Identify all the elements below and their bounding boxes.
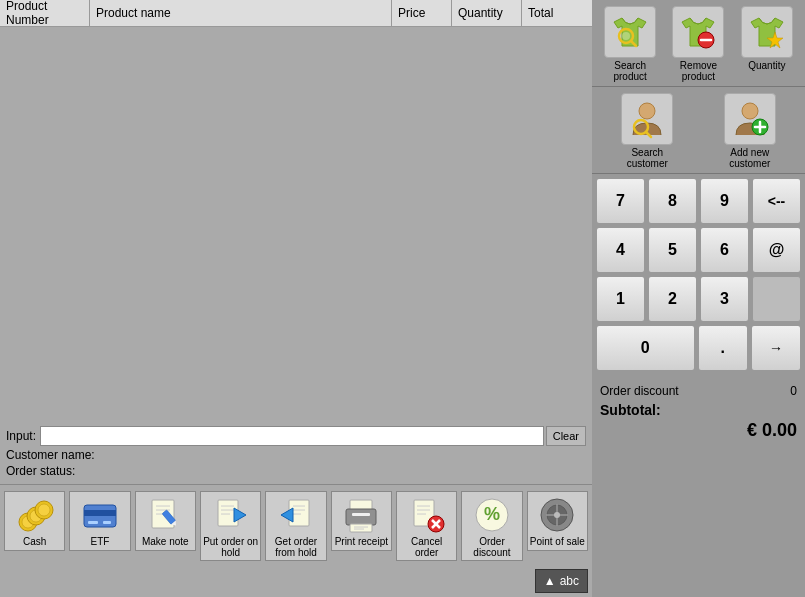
toolbar-buttons-row: Cash ETF xyxy=(4,491,588,561)
order-info: Order discount 0 Subtotal: € 0.00 xyxy=(592,378,805,597)
pos-label: Point of sale xyxy=(530,536,585,547)
numpad-2[interactable]: 2 xyxy=(648,276,697,322)
remove-product-label: Remove product xyxy=(668,60,728,82)
remove-product-button[interactable]: Remove product xyxy=(668,6,728,82)
search-product-button[interactable]: Search product xyxy=(600,6,660,82)
numpad-7[interactable]: 7 xyxy=(596,178,645,224)
etf-label: ETF xyxy=(91,536,110,547)
input-field[interactable] xyxy=(40,426,544,446)
numpad-enter[interactable]: → xyxy=(751,325,801,371)
search-product-label: Search product xyxy=(600,60,660,82)
svg-rect-29 xyxy=(350,524,372,532)
search-customer-label: Search customer xyxy=(617,147,677,169)
print-receipt-label: Print receipt xyxy=(335,536,388,547)
svg-rect-28 xyxy=(352,513,370,516)
numpad: 7 8 9 <-- 4 5 6 @ 1 2 3 0 . xyxy=(592,174,805,378)
cancel-order-label: Cancel order xyxy=(399,536,454,558)
svg-marker-20 xyxy=(234,508,246,522)
col-header-price: Price xyxy=(392,0,452,26)
get-hold-icon xyxy=(277,496,315,534)
get-hold-button[interactable]: Get order from hold xyxy=(265,491,326,561)
add-customer-button[interactable]: Add new customer xyxy=(720,93,780,169)
svg-point-52 xyxy=(639,103,655,119)
table-body xyxy=(0,27,592,422)
order-discount-label: Order discount xyxy=(600,384,679,398)
triangle-up-icon: ▲ xyxy=(544,574,556,588)
numpad-dot[interactable]: . xyxy=(698,325,748,371)
numpad-row-2: 4 5 6 @ xyxy=(596,227,801,273)
numpad-9[interactable]: 9 xyxy=(700,178,749,224)
quantity-button[interactable]: Quantity xyxy=(737,6,797,82)
etf-button[interactable]: ETF xyxy=(69,491,130,551)
cancel-icon xyxy=(408,496,446,534)
remove-product-icon xyxy=(672,6,724,58)
add-customer-icon xyxy=(724,93,776,145)
make-note-label: Make note xyxy=(142,536,189,547)
svg-point-47 xyxy=(622,32,630,40)
print-receipt-button[interactable]: Print receipt xyxy=(331,491,392,551)
make-note-button[interactable]: Make note xyxy=(135,491,196,551)
print-icon xyxy=(342,496,380,534)
col-header-quantity: Quantity xyxy=(452,0,522,26)
table-header: Product Number Product name Price Quanti… xyxy=(0,0,592,27)
cancel-order-button[interactable]: Cancel order xyxy=(396,491,457,561)
order-discount-label: Order discount xyxy=(464,536,519,558)
numpad-4[interactable]: 4 xyxy=(596,227,645,273)
svg-rect-8 xyxy=(88,521,98,524)
subtotal-label: Subtotal: xyxy=(600,402,797,418)
col-header-product-name: Product name xyxy=(90,0,392,26)
svg-rect-7 xyxy=(84,510,116,516)
clear-button[interactable]: Clear xyxy=(546,426,586,446)
put-hold-icon xyxy=(212,496,250,534)
svg-rect-9 xyxy=(103,521,111,524)
input-label: Input: xyxy=(6,429,36,443)
search-customer-button[interactable]: Search customer xyxy=(617,93,677,169)
svg-text:%: % xyxy=(484,504,500,524)
order-status-label: Order status: xyxy=(6,464,75,478)
quantity-icon xyxy=(741,6,793,58)
numpad-row-3: 1 2 3 xyxy=(596,276,801,322)
cash-icon xyxy=(16,496,54,534)
main-container: Product Number Product name Price Quanti… xyxy=(0,0,805,597)
left-panel: Product Number Product name Price Quanti… xyxy=(0,0,592,597)
svg-rect-27 xyxy=(346,509,376,525)
numpad-backspace[interactable]: <-- xyxy=(752,178,801,224)
customer-name-label: Customer name: xyxy=(6,448,95,462)
abc-label: abc xyxy=(560,574,579,588)
numpad-0[interactable]: 0 xyxy=(596,325,695,371)
abc-button[interactable]: ▲ abc xyxy=(535,569,588,593)
numpad-row-4: 0 . → xyxy=(596,325,801,371)
search-product-icon xyxy=(604,6,656,58)
numpad-3[interactable]: 3 xyxy=(700,276,749,322)
cash-label: Cash xyxy=(23,536,46,547)
bottom-toolbar: Cash ETF xyxy=(0,484,592,597)
input-area: Input: Clear Customer name: Order status… xyxy=(0,422,592,484)
put-hold-label: Put order on hold xyxy=(203,536,258,558)
numpad-at[interactable]: @ xyxy=(752,227,801,273)
pos-icon xyxy=(538,496,576,534)
numpad-row-1: 7 8 9 <-- xyxy=(596,178,801,224)
customer-buttons: Search customer Add new customer xyxy=(592,87,805,174)
add-customer-label: Add new customer xyxy=(720,147,780,169)
top-action-buttons: Search product Remove product xyxy=(592,0,805,87)
col-header-product-number: Product Number xyxy=(0,0,90,26)
put-hold-button[interactable]: Put order on hold xyxy=(200,491,261,561)
order-discount-button[interactable]: % Order discount xyxy=(461,491,522,561)
cash-button[interactable]: Cash xyxy=(4,491,65,551)
right-panel: Search product Remove product xyxy=(592,0,805,597)
get-hold-label: Get order from hold xyxy=(268,536,323,558)
col-header-total: Total xyxy=(522,0,592,26)
numpad-1[interactable]: 1 xyxy=(596,276,645,322)
etf-icon xyxy=(81,496,119,534)
order-discount-value: 0 xyxy=(790,384,797,398)
numpad-8[interactable]: 8 xyxy=(648,178,697,224)
numpad-6[interactable]: 6 xyxy=(700,227,749,273)
svg-point-45 xyxy=(554,512,560,518)
svg-point-5 xyxy=(38,504,50,516)
quantity-label: Quantity xyxy=(748,60,785,71)
pos-button[interactable]: Point of sale xyxy=(527,491,588,551)
numpad-5[interactable]: 5 xyxy=(648,227,697,273)
note-icon xyxy=(146,496,184,534)
discount-icon: % xyxy=(473,496,511,534)
numpad-empty xyxy=(752,276,801,322)
